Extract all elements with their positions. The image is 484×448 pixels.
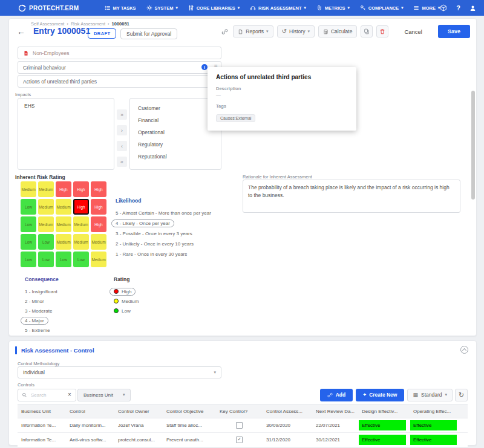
add-button[interactable]: Add	[320, 389, 353, 401]
calculate-button[interactable]: Calculate	[318, 25, 357, 37]
key-control-checkbox[interactable]	[236, 422, 243, 429]
risk-category-field[interactable]: Non-Employees	[18, 47, 221, 59]
consequence-option[interactable]: 5 - Extreme	[21, 326, 54, 334]
reports-button[interactable]: Reports ▾	[233, 25, 273, 37]
likelihood-option[interactable]: 4 - Likely - Once per year	[111, 219, 174, 227]
likelihood-option[interactable]: 5 - Almost Certain - More than once per …	[111, 209, 215, 217]
consequence-option[interactable]: 2 - Minor	[21, 297, 48, 305]
table-row[interactable]: Information Te...Anti-virus softw...prot…	[18, 433, 468, 447]
column-header[interactable]: Control	[66, 409, 114, 414]
collapse-section-button[interactable]	[460, 346, 468, 354]
matrix-cell-medium[interactable]: Medium	[21, 181, 36, 197]
search-input[interactable]	[30, 392, 65, 398]
nav-item-system[interactable]: SYSTEM▾	[146, 5, 178, 11]
nav-item-risk-assessment[interactable]: RISK ASSESSMENT▾	[250, 5, 306, 11]
impact-available-item[interactable]: Reputational	[130, 151, 221, 163]
rating-option-low[interactable]: Low	[110, 307, 135, 315]
save-button[interactable]: Save	[438, 25, 470, 38]
vertical-scrollbar[interactable]	[471, 91, 475, 200]
nav-item-metrics[interactable]: METRICS▾	[316, 5, 350, 11]
business-unit-filter[interactable]: Business Unit ▾	[77, 389, 131, 401]
matrix-cell-medium[interactable]: Medium	[91, 234, 106, 250]
matrix-cell-low[interactable]: Low	[21, 234, 36, 250]
delete-button[interactable]	[376, 25, 388, 37]
likelihood-option[interactable]: 2 - Unlikely - Once in every 10 years	[111, 240, 198, 248]
matrix-cell-medium[interactable]: Medium	[56, 199, 71, 215]
back-button[interactable]: ←	[17, 27, 25, 36]
key-control-checkbox[interactable]: ✓	[236, 437, 243, 443]
search-box[interactable]: ×	[18, 389, 76, 401]
matrix-cell-medium[interactable]: Medium	[91, 252, 106, 267]
column-header[interactable]: Key Control?	[216, 409, 263, 414]
matrix-cell-low[interactable]: Low	[38, 234, 54, 250]
column-header[interactable]: Operating Effec...	[410, 409, 460, 414]
column-header[interactable]: Control Objective	[163, 409, 216, 414]
control-section-header[interactable]: Risk Assessment - Control	[15, 346, 94, 354]
likelihood-option[interactable]: 1 - Rare - Once in every 30 years	[111, 250, 191, 258]
column-header[interactable]: Design Effectiv...	[358, 409, 410, 414]
consequence-option[interactable]: 1 - Insignificant	[21, 288, 62, 296]
move-all-left-button[interactable]: «	[117, 157, 127, 167]
effectiveness-cell: Effective	[410, 435, 460, 445]
view-standard-button[interactable]: ▦ Standard ▾	[407, 389, 453, 401]
likelihood-option[interactable]: 3 - Possible - Once in every 3 years	[111, 230, 197, 238]
consequence-option[interactable]: 4 - Major	[21, 317, 48, 325]
rating-option-medium[interactable]: Medium	[110, 297, 143, 305]
matrix-cell-high[interactable]: High	[91, 216, 106, 232]
rationale-textarea[interactable]: The probability of a breach taking place…	[243, 180, 460, 213]
risk-field[interactable]: Criminal behaviour	[18, 61, 221, 74]
matrix-cell-medium[interactable]: Medium	[73, 234, 89, 250]
column-header[interactable]: Business Unit	[18, 409, 66, 414]
move-all-right-button[interactable]: »	[117, 109, 127, 120]
link-icon[interactable]	[221, 28, 228, 35]
column-header[interactable]: Control Owner	[114, 409, 163, 414]
nav-item-my-tasks[interactable]: MY TASKS	[105, 5, 136, 11]
matrix-cell-low[interactable]: Low	[56, 252, 71, 267]
nav-item-compliance[interactable]: COMPLIANCE▾	[360, 5, 404, 11]
refresh-button[interactable]: ↻	[455, 389, 468, 401]
column-header[interactable]: Next Review Da...	[312, 409, 358, 414]
info-icon[interactable]: i	[201, 64, 208, 70]
matrix-cell-high[interactable]: High	[91, 181, 106, 197]
cancel-button[interactable]: Cancel	[399, 28, 427, 35]
brand-logo[interactable]: PROTECHT.ERM	[18, 4, 79, 12]
matrix-cell-high[interactable]: High	[73, 181, 89, 197]
impact-selected-item[interactable]: EHS	[24, 103, 108, 109]
table-row[interactable]: Information Te...Daily monitorin...Jozef…	[18, 418, 468, 433]
impact-available-item[interactable]: Regulatory	[130, 138, 221, 151]
matrix-cell-medium[interactable]: Medium	[38, 199, 54, 215]
matrix-cell-low[interactable]: Low	[38, 252, 54, 267]
matrix-cell-low[interactable]: Low	[73, 252, 89, 267]
create-new-button[interactable]: + Create New	[356, 389, 404, 401]
move-right-button[interactable]: ›	[117, 125, 127, 135]
submit-for-approval-button[interactable]: Submit for Approval	[120, 28, 177, 39]
nav-item-more[interactable]: MORE▾	[413, 5, 440, 11]
matrix-cell-medium[interactable]: Medium	[38, 216, 54, 232]
rating-option-high[interactable]: High	[110, 288, 136, 296]
cause-field[interactable]: Actions of unrelated third parties	[18, 75, 221, 88]
control-methodology-select[interactable]: Individual ▾	[18, 366, 221, 378]
matrix-cell-low[interactable]: Low	[21, 199, 36, 215]
copy-button[interactable]	[361, 25, 373, 37]
matrix-cell-medium[interactable]: Medium	[56, 216, 71, 232]
table-cell-business-unit: Information Te...	[18, 423, 66, 428]
impacts-selected-list[interactable]: EHS	[18, 98, 114, 170]
matrix-cell-medium[interactable]: Medium	[73, 216, 89, 232]
cube-icon[interactable]	[440, 4, 447, 11]
matrix-cell-medium[interactable]: Medium	[38, 181, 54, 197]
column-header[interactable]: Control Assess...	[263, 409, 312, 414]
matrix-cell-high[interactable]: High	[91, 199, 106, 215]
matrix-cell-low[interactable]: Low	[21, 216, 36, 232]
user-icon[interactable]	[469, 5, 476, 11]
matrix-cell-low[interactable]: Low	[21, 252, 36, 267]
history-button[interactable]: ↺ History ▾	[277, 25, 315, 37]
nav-item-core-libraries[interactable]: CORE LIBRARIES▾	[188, 5, 240, 11]
move-left-button[interactable]: ‹	[117, 141, 127, 151]
matrix-cell-high[interactable]: High	[56, 181, 71, 197]
help-icon[interactable]: ?	[456, 4, 460, 11]
clear-search-icon[interactable]: ×	[68, 392, 71, 398]
matrix-cell-high[interactable]: High	[73, 199, 89, 215]
matrix-cell-medium[interactable]: Medium	[56, 234, 71, 250]
consequence-option[interactable]: 3 - Moderate	[21, 307, 56, 315]
impacts-transfer-buttons: »›‹«	[117, 109, 127, 167]
